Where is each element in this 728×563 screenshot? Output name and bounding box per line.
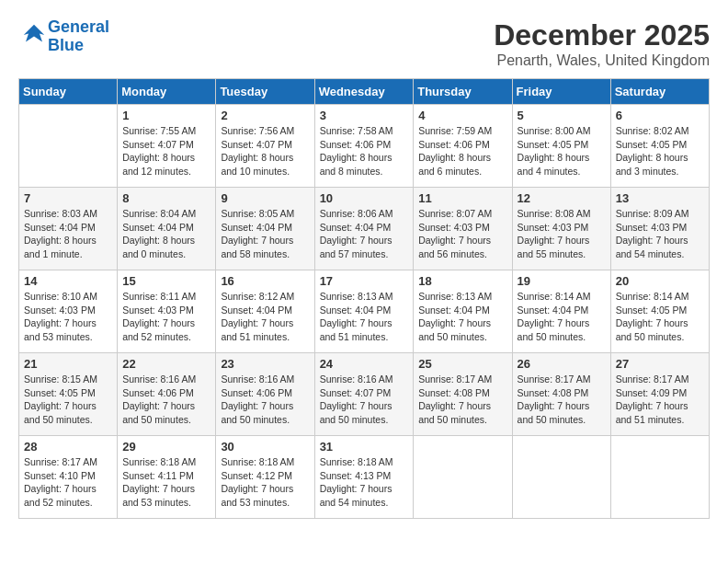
day-number: 11 [418,191,506,205]
calendar-cell: 29Sunrise: 8:18 AM Sunset: 4:11 PM Dayli… [118,436,216,519]
calendar-cell: 11Sunrise: 8:07 AM Sunset: 4:03 PM Dayli… [414,188,512,270]
day-number: 14 [24,274,112,288]
calendar-table: SundayMondayTuesdayWednesdayThursdayFrid… [18,78,710,519]
day-info: Sunrise: 8:15 AM Sunset: 4:05 PM Dayligh… [24,373,112,427]
day-number: 10 [320,191,409,205]
calendar-cell [19,105,118,188]
calendar-cell: 14Sunrise: 8:10 AM Sunset: 4:03 PM Dayli… [19,270,118,353]
day-number: 9 [221,191,309,205]
weekday-header: Thursday [414,79,512,105]
day-info: Sunrise: 8:05 AM Sunset: 4:04 PM Dayligh… [221,207,309,261]
day-info: Sunrise: 8:08 AM Sunset: 4:03 PM Dayligh… [518,207,606,261]
calendar-cell: 25Sunrise: 8:17 AM Sunset: 4:08 PM Dayli… [414,353,512,436]
calendar-cell: 8Sunrise: 8:04 AM Sunset: 4:04 PM Daylig… [118,188,216,270]
day-number: 17 [320,274,409,288]
day-number: 13 [616,191,704,205]
day-info: Sunrise: 7:59 AM Sunset: 4:06 PM Dayligh… [418,124,506,178]
title-block: December 2025 Penarth, Wales, United Kin… [494,18,710,69]
logo: General Blue [18,18,109,55]
calendar-cell: 19Sunrise: 8:14 AM Sunset: 4:04 PM Dayli… [512,270,610,353]
day-number: 7 [24,191,112,205]
day-number: 24 [320,357,409,371]
calendar-cell: 17Sunrise: 8:13 AM Sunset: 4:04 PM Dayli… [314,270,414,353]
day-info: Sunrise: 8:13 AM Sunset: 4:04 PM Dayligh… [320,290,409,344]
day-number: 15 [122,274,210,288]
weekday-header: Friday [512,79,610,105]
day-info: Sunrise: 8:17 AM Sunset: 4:08 PM Dayligh… [418,373,506,427]
calendar-cell: 9Sunrise: 8:05 AM Sunset: 4:04 PM Daylig… [216,188,314,270]
calendar-cell: 1Sunrise: 7:55 AM Sunset: 4:07 PM Daylig… [118,105,216,188]
day-info: Sunrise: 8:07 AM Sunset: 4:03 PM Dayligh… [418,207,506,261]
day-info: Sunrise: 8:18 AM Sunset: 4:12 PM Dayligh… [221,455,309,510]
day-number: 22 [122,357,210,371]
day-number: 30 [221,440,309,454]
day-number: 25 [418,357,506,371]
calendar-body: 1Sunrise: 7:55 AM Sunset: 4:07 PM Daylig… [19,105,710,519]
day-info: Sunrise: 8:16 AM Sunset: 4:06 PM Dayligh… [122,373,210,427]
calendar-cell: 31Sunrise: 8:18 AM Sunset: 4:13 PM Dayli… [314,436,414,519]
day-info: Sunrise: 8:16 AM Sunset: 4:06 PM Dayligh… [221,373,309,427]
day-info: Sunrise: 8:17 AM Sunset: 4:10 PM Dayligh… [24,455,112,510]
day-info: Sunrise: 8:17 AM Sunset: 4:09 PM Dayligh… [616,373,704,427]
calendar-week-row: 1Sunrise: 7:55 AM Sunset: 4:07 PM Daylig… [19,105,710,188]
calendar-header-row: SundayMondayTuesdayWednesdayThursdayFrid… [19,79,710,105]
calendar-cell: 12Sunrise: 8:08 AM Sunset: 4:03 PM Dayli… [512,188,610,270]
day-info: Sunrise: 8:18 AM Sunset: 4:11 PM Dayligh… [122,455,210,510]
day-number: 20 [616,274,704,288]
calendar-week-row: 14Sunrise: 8:10 AM Sunset: 4:03 PM Dayli… [19,270,710,353]
day-number: 12 [518,191,606,205]
day-info: Sunrise: 8:11 AM Sunset: 4:03 PM Dayligh… [122,290,210,344]
calendar-cell [414,436,512,519]
day-number: 1 [122,109,210,122]
calendar-cell: 26Sunrise: 8:17 AM Sunset: 4:08 PM Dayli… [512,353,610,436]
day-number: 31 [320,440,409,454]
weekday-header: Sunday [19,79,118,105]
day-info: Sunrise: 8:12 AM Sunset: 4:04 PM Dayligh… [221,290,309,344]
calendar-cell: 30Sunrise: 8:18 AM Sunset: 4:12 PM Dayli… [216,436,314,519]
day-number: 26 [518,357,606,371]
calendar-cell: 16Sunrise: 8:12 AM Sunset: 4:04 PM Dayli… [216,270,314,353]
day-number: 8 [122,191,210,205]
calendar-cell: 5Sunrise: 8:00 AM Sunset: 4:05 PM Daylig… [512,105,610,188]
day-number: 3 [320,109,409,122]
day-info: Sunrise: 7:55 AM Sunset: 4:07 PM Dayligh… [122,124,210,178]
day-number: 5 [518,109,606,122]
calendar-cell: 2Sunrise: 7:56 AM Sunset: 4:07 PM Daylig… [216,105,314,188]
day-info: Sunrise: 8:13 AM Sunset: 4:04 PM Dayligh… [418,290,506,344]
day-info: Sunrise: 7:56 AM Sunset: 4:07 PM Dayligh… [221,124,309,178]
day-info: Sunrise: 8:09 AM Sunset: 4:03 PM Dayligh… [616,207,704,261]
calendar-cell: 10Sunrise: 8:06 AM Sunset: 4:04 PM Dayli… [314,188,414,270]
weekday-header: Saturday [610,79,709,105]
day-number: 28 [24,440,112,454]
logo-line1: General [48,17,109,36]
calendar-cell: 22Sunrise: 8:16 AM Sunset: 4:06 PM Dayli… [118,353,216,436]
logo-icon [20,21,48,49]
day-info: Sunrise: 8:02 AM Sunset: 4:05 PM Dayligh… [616,124,704,178]
calendar-cell: 4Sunrise: 7:59 AM Sunset: 4:06 PM Daylig… [414,105,512,188]
day-number: 4 [418,109,506,122]
day-number: 16 [221,274,309,288]
calendar-cell: 13Sunrise: 8:09 AM Sunset: 4:03 PM Dayli… [610,188,709,270]
day-info: Sunrise: 7:58 AM Sunset: 4:06 PM Dayligh… [320,124,409,178]
day-info: Sunrise: 8:14 AM Sunset: 4:04 PM Dayligh… [518,290,606,344]
logo-text: General Blue [48,18,109,55]
day-number: 18 [418,274,506,288]
calendar-cell: 18Sunrise: 8:13 AM Sunset: 4:04 PM Dayli… [414,270,512,353]
logo-line2: Blue [48,36,84,54]
weekday-header: Monday [118,79,216,105]
day-number: 29 [122,440,210,454]
calendar-week-row: 28Sunrise: 8:17 AM Sunset: 4:10 PM Dayli… [19,436,710,519]
calendar-header: SundayMondayTuesdayWednesdayThursdayFrid… [19,79,710,105]
weekday-header: Tuesday [216,79,314,105]
page-header: General Blue December 2025 Penarth, Wale… [18,18,710,69]
calendar-cell: 6Sunrise: 8:02 AM Sunset: 4:05 PM Daylig… [610,105,709,188]
day-info: Sunrise: 8:14 AM Sunset: 4:05 PM Dayligh… [616,290,704,344]
weekday-header: Wednesday [314,79,414,105]
day-info: Sunrise: 8:06 AM Sunset: 4:04 PM Dayligh… [320,207,409,261]
day-number: 27 [616,357,704,371]
day-number: 23 [221,357,309,371]
day-number: 6 [616,109,704,122]
calendar-cell: 21Sunrise: 8:15 AM Sunset: 4:05 PM Dayli… [19,353,118,436]
day-number: 2 [221,109,309,122]
calendar-cell: 28Sunrise: 8:17 AM Sunset: 4:10 PM Dayli… [19,436,118,519]
